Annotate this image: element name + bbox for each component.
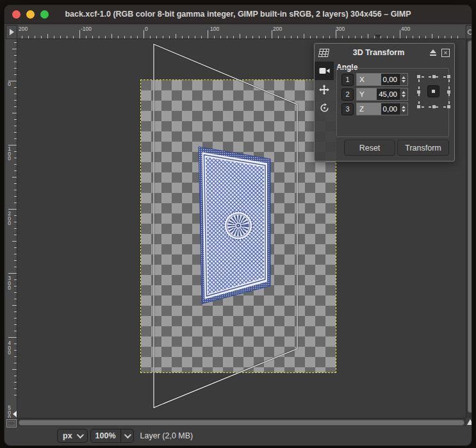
transform-mode-toolbar bbox=[315, 62, 334, 117]
zoom-value[interactable]: 100% bbox=[90, 429, 121, 443]
ruler-label: 0 bbox=[6, 82, 13, 87]
unit-dropdown[interactable]: px bbox=[57, 429, 88, 443]
pivot-mark bbox=[443, 106, 446, 108]
spin-down-icon[interactable] bbox=[402, 95, 406, 97]
pivot-mark bbox=[436, 76, 438, 78]
ruler-origin-button[interactable] bbox=[6, 25, 17, 39]
angle-z-field[interactable]: Z 0,00 bbox=[356, 103, 408, 115]
horizontal-ruler[interactable]: 200-1000100200300400 bbox=[17, 25, 466, 39]
pivot-mark bbox=[447, 75, 450, 78]
maximize-window-button[interactable] bbox=[40, 10, 49, 19]
pivot-mark bbox=[447, 90, 450, 94]
transformed-card-layer bbox=[199, 147, 270, 304]
magnifier-icon bbox=[468, 29, 473, 35]
angle-x-value[interactable]: 0,00 bbox=[381, 74, 399, 85]
pivot-tc[interactable] bbox=[429, 74, 439, 85]
reset-button[interactable]: Reset bbox=[344, 140, 395, 156]
pivot-mark bbox=[418, 87, 420, 89]
pivot-mark bbox=[417, 105, 420, 108]
gimp-window: back.xcf-1.0 (RGB color 8-bit gamma inte… bbox=[4, 4, 472, 446]
pivot-mark bbox=[448, 87, 450, 89]
dialog-header[interactable]: 3D Transform × bbox=[315, 44, 454, 62]
angle-y-spinner[interactable] bbox=[399, 88, 407, 100]
chevron-down-icon bbox=[124, 431, 131, 438]
statusbar: px 100% Layer (2,0 MB) bbox=[4, 426, 472, 445]
horizontal-scrollbar[interactable] bbox=[17, 418, 466, 426]
spin-down-icon[interactable] bbox=[402, 80, 406, 83]
move-icon bbox=[319, 85, 329, 95]
angle-x-spinner[interactable] bbox=[399, 74, 407, 85]
pivot-mark bbox=[447, 105, 450, 108]
spin-up-icon[interactable] bbox=[402, 76, 406, 79]
angle-y-field[interactable]: Y 45,00 bbox=[356, 88, 408, 101]
transform-button[interactable]: Transform bbox=[397, 140, 449, 156]
detach-dialog-icon[interactable] bbox=[429, 49, 438, 56]
pivot-tl[interactable] bbox=[416, 74, 427, 85]
move-mode-button[interactable] bbox=[315, 80, 334, 99]
play-triangle-icon bbox=[10, 29, 14, 35]
angle-row-z: 3 Z 0,00 bbox=[341, 103, 408, 115]
angle-y-value[interactable]: 45,00 bbox=[377, 88, 399, 100]
unit-label: px bbox=[63, 431, 72, 440]
titlebar[interactable]: back.xcf-1.0 (RGB color 8-bit gamma inte… bbox=[4, 5, 472, 24]
spin-up-icon[interactable] bbox=[402, 106, 406, 108]
angle-z-value[interactable]: 0,00 bbox=[381, 103, 399, 115]
pivot-mark bbox=[432, 75, 436, 78]
chevron-down-icon bbox=[76, 431, 83, 438]
pivot-mr[interactable] bbox=[441, 87, 451, 97]
close-dialog-icon[interactable]: × bbox=[441, 49, 450, 57]
zoom-dropdown-button[interactable] bbox=[121, 429, 134, 443]
vertical-ruler[interactable]: 01 0 02 0 03 0 04 0 05 0 0 bbox=[6, 39, 17, 418]
minimize-window-button[interactable] bbox=[26, 10, 35, 19]
pointer-position-marker bbox=[13, 411, 17, 417]
ruler-label: 200 bbox=[19, 26, 28, 32]
axis-1-button[interactable]: 1 bbox=[341, 74, 354, 86]
pivot-mark bbox=[417, 90, 420, 94]
status-message: Layer (2,0 MB) bbox=[140, 431, 193, 440]
pivot-selector-grid bbox=[416, 74, 451, 109]
pivot-mark bbox=[429, 106, 431, 108]
pivot-mark bbox=[448, 94, 450, 96]
ruler-label: 3 0 0 bbox=[6, 276, 13, 291]
axis-y-label: Y bbox=[359, 90, 365, 98]
axis-x-label: X bbox=[359, 76, 365, 83]
angle-row-x: 1 X 0,00 bbox=[341, 73, 408, 86]
pivot-mark bbox=[432, 105, 436, 108]
pivot-tr[interactable] bbox=[441, 74, 451, 85]
ruler-label: 0 bbox=[145, 26, 148, 32]
pivot-bl[interactable] bbox=[416, 99, 427, 109]
ruler-label: 300 bbox=[336, 26, 345, 32]
axis-z-label: Z bbox=[359, 105, 364, 113]
pivot-bc[interactable] bbox=[429, 99, 439, 109]
rotate-mode-button[interactable] bbox=[315, 99, 334, 117]
axis-3-button[interactable]: 3 bbox=[341, 103, 354, 115]
angle-x-field[interactable]: X 0,00 bbox=[356, 73, 408, 86]
spin-down-icon[interactable] bbox=[402, 110, 406, 112]
ruler-label: 400 bbox=[401, 26, 410, 32]
pivot-mark bbox=[418, 79, 420, 82]
angle-rows: 1 X 0,00 2 Y 45,00 3 Z 0,00 bbox=[341, 73, 408, 115]
angle-row-y: 2 Y 45,00 bbox=[341, 88, 408, 101]
navigation-preview-button[interactable] bbox=[466, 418, 472, 426]
zoom-follow-window-button[interactable] bbox=[466, 25, 472, 39]
zoom-control[interactable]: 100% bbox=[90, 429, 134, 443]
horizontal-scrollbar-thumb[interactable] bbox=[19, 420, 464, 426]
ruler-label: -100 bbox=[81, 26, 92, 32]
vertical-scrollbar-thumb[interactable] bbox=[468, 40, 472, 413]
close-window-button[interactable] bbox=[12, 10, 21, 19]
pivot-br[interactable] bbox=[441, 99, 451, 109]
camera-mode-button[interactable] bbox=[315, 62, 334, 80]
vertical-scrollbar[interactable] bbox=[466, 39, 472, 418]
pivot-mark bbox=[448, 79, 450, 82]
angle-z-spinner[interactable] bbox=[399, 103, 407, 115]
pivot-ml[interactable] bbox=[416, 87, 427, 97]
ruler-label: 5 0 0 bbox=[6, 406, 13, 418]
axis-2-button[interactable]: 2 bbox=[341, 88, 354, 101]
pivot-mark bbox=[422, 76, 424, 78]
ruler-label: 1 0 0 bbox=[6, 147, 13, 162]
pivot-mc-selected[interactable] bbox=[428, 86, 439, 97]
window-title: back.xcf-1.0 (RGB color 8-bit gamma inte… bbox=[4, 10, 472, 19]
spin-up-icon[interactable] bbox=[402, 91, 406, 94]
pivot-mark bbox=[418, 101, 420, 104]
nav-arrow-icon bbox=[467, 419, 473, 425]
